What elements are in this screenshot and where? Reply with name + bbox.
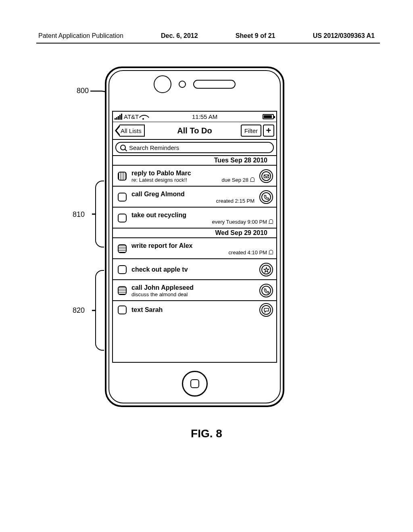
device-sensors <box>106 75 283 93</box>
item-body: text Sarah <box>131 306 254 314</box>
back-button-label: All Lists <box>121 127 142 134</box>
item-sub-right: every Tuesday 9:00 PM <box>212 219 273 225</box>
list-item[interactable]: call Greg Almondcreated 2:15 PM <box>113 187 276 208</box>
item-body: call John Appleseeddiscuss the almond de… <box>131 284 254 297</box>
carrier-label: AT&T <box>124 113 139 120</box>
item-subtitle: every Tuesday 9:00 PM <box>131 219 273 225</box>
search-icon <box>120 145 126 150</box>
phone-action-icon[interactable] <box>259 190 273 204</box>
checkbox[interactable] <box>118 193 127 202</box>
list-item[interactable]: write report for Alexcreated 4:10 PM <box>113 238 276 259</box>
plus-icon: + <box>266 125 271 136</box>
publication-sheet: Sheet 9 of 21 <box>236 32 275 39</box>
svg-rect-0 <box>264 175 269 178</box>
item-meta: created 2:15 PM <box>216 198 254 204</box>
callout-800: 800 <box>77 87 89 95</box>
item-sub-right: due Sep 28 <box>221 177 254 183</box>
checkbox[interactable] <box>118 305 127 314</box>
search-bar: Search Reminders <box>113 140 276 156</box>
item-title: write report for Alex <box>131 242 273 249</box>
section-header: Tues Sep 28 2010 <box>113 156 276 166</box>
filter-button-label: Filter <box>244 127 258 134</box>
screen: AT&T 11:55 AM All Lists All To Do Filter… <box>112 111 277 363</box>
item-body: call Greg Almondcreated 2:15 PM <box>131 191 254 204</box>
item-body: reply to Pablo Marcre: Latest designs ro… <box>131 170 254 183</box>
item-body: take out recyclingevery Tuesday 9:00 PM <box>131 212 273 225</box>
item-meta: created 4:10 PM <box>229 249 267 256</box>
add-button[interactable]: + <box>263 125 274 137</box>
item-title: call Greg Almond <box>131 191 254 198</box>
list-item[interactable]: take out recyclingevery Tuesday 9:00 PM <box>113 208 276 229</box>
checkbox[interactable] <box>118 286 127 295</box>
list-item[interactable]: call John Appleseeddiscuss the almond de… <box>113 280 276 301</box>
item-title: reply to Pablo Marc <box>131 170 254 177</box>
item-sub-left: discuss the almond deal <box>131 291 188 297</box>
item-meta: due Sep 28 <box>221 177 248 183</box>
item-subtitle: created 4:10 PM <box>131 249 273 256</box>
clock: 11:55 AM <box>192 113 217 120</box>
publication-date: Dec. 6, 2012 <box>161 32 198 39</box>
item-subtitle: discuss the almond deal <box>131 291 254 297</box>
item-sub-left: re: Latest designs rock!! <box>131 177 187 183</box>
nav-bar: All Lists All To Do Filter + <box>113 122 276 140</box>
list-item[interactable]: text Sarah <box>113 301 276 318</box>
item-body: write report for Alexcreated 4:10 PM <box>131 242 273 256</box>
publication-number: US 2012/0309363 A1 <box>313 32 375 39</box>
item-title: text Sarah <box>131 306 254 314</box>
home-button[interactable] <box>182 371 208 397</box>
publication-header: Patent Application Publication Dec. 6, 2… <box>0 32 413 39</box>
device-frame: AT&T 11:55 AM All Lists All To Do Filter… <box>105 66 284 407</box>
wifi-icon <box>140 114 147 120</box>
item-subtitle: created 2:15 PM <box>131 198 254 204</box>
back-button[interactable]: All Lists <box>120 125 145 137</box>
chat-action-icon[interactable] <box>259 303 273 317</box>
item-title: call John Appleseed <box>131 284 254 291</box>
search-input[interactable]: Search Reminders <box>115 142 274 153</box>
callout-820: 820 <box>73 306 85 315</box>
list-item[interactable]: reply to Pablo Marcre: Latest designs ro… <box>113 166 276 187</box>
speaker-slot-icon <box>193 80 236 89</box>
phone-action-icon[interactable] <box>259 284 273 297</box>
item-meta: every Tuesday 9:00 PM <box>212 219 267 225</box>
checkbox[interactable] <box>118 214 127 222</box>
bell-icon <box>250 177 254 182</box>
signal-bars-icon <box>115 114 122 120</box>
mail-action-icon[interactable] <box>259 169 273 183</box>
page-title: All To Do <box>177 126 212 135</box>
item-title: check out apple tv <box>131 266 254 273</box>
publication-outlet: Patent Application Publication <box>38 32 123 39</box>
callout-810: 810 <box>73 210 85 219</box>
bell-icon <box>269 219 273 224</box>
brace-810 <box>95 181 104 247</box>
item-sub-right: created 4:10 PM <box>229 249 273 256</box>
section-header: Wed Sep 29 2010 <box>113 229 276 238</box>
item-subtitle: re: Latest designs rock!!due Sep 28 <box>131 177 254 183</box>
list-item[interactable]: check out apple tv <box>113 259 276 280</box>
home-button-icon <box>190 379 199 388</box>
filter-button[interactable]: Filter <box>241 125 261 137</box>
status-bar: AT&T 11:55 AM <box>113 112 276 122</box>
status-left: AT&T <box>115 113 147 120</box>
list-container[interactable]: Tues Sep 28 2010reply to Pablo Marcre: L… <box>113 156 276 362</box>
header-rule <box>36 43 380 44</box>
search-placeholder: Search Reminders <box>129 144 179 151</box>
proximity-sensor-icon <box>179 81 186 88</box>
checkbox[interactable] <box>118 244 127 253</box>
bell-icon <box>269 250 273 255</box>
item-title: take out recycling <box>131 212 273 219</box>
checkbox[interactable] <box>118 265 127 274</box>
figure-label: FIG. 8 <box>0 427 413 440</box>
brace-820 <box>95 270 104 351</box>
checkbox[interactable] <box>118 172 127 181</box>
battery-icon <box>263 114 274 119</box>
item-body: check out apple tv <box>131 266 254 273</box>
item-sub-right: created 2:15 PM <box>216 198 254 204</box>
camera-icon <box>154 75 171 93</box>
star-action-icon[interactable] <box>259 263 273 276</box>
